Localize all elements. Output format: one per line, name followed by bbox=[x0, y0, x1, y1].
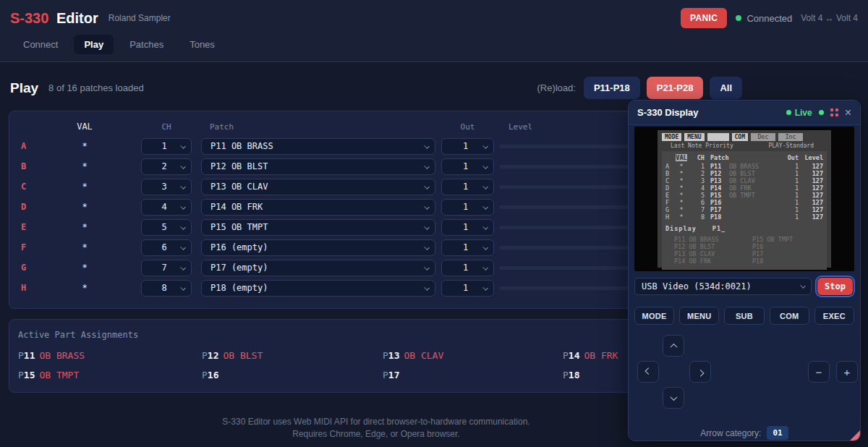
part-label: C bbox=[9, 182, 47, 192]
crt-row: H*8P181127 bbox=[665, 213, 823, 221]
midi-route: Volt 4 ↔ Volt 4 bbox=[801, 13, 858, 23]
part-label: A bbox=[9, 141, 47, 151]
out-select[interactable]: 1 bbox=[441, 280, 494, 297]
chevron-down-icon bbox=[180, 285, 186, 291]
part-val: * bbox=[47, 202, 122, 212]
part-label: G bbox=[9, 263, 47, 273]
out-select[interactable]: 1 bbox=[441, 239, 494, 256]
tab-patches[interactable]: Patches bbox=[119, 35, 174, 54]
page-title: Play bbox=[10, 80, 38, 96]
app-title-rest: Editor bbox=[56, 10, 98, 26]
part-val: * bbox=[47, 283, 122, 293]
channel-select[interactable]: 7 bbox=[141, 260, 192, 276]
decrement-button[interactable]: − bbox=[808, 361, 830, 383]
close-icon[interactable]: × bbox=[845, 107, 851, 119]
patch-select[interactable]: P12 OB BLST bbox=[201, 158, 435, 175]
menu-button[interactable]: MENU bbox=[679, 307, 719, 325]
arrow-left-button[interactable] bbox=[637, 361, 659, 383]
reload-p21-p28-button[interactable]: P21-P28 bbox=[647, 77, 704, 99]
channel-select[interactable]: 5 bbox=[141, 219, 192, 236]
out-select[interactable]: 1 bbox=[441, 179, 494, 195]
reload-all-button[interactable]: All bbox=[710, 77, 742, 99]
out-select[interactable]: 1 bbox=[441, 260, 494, 276]
tab-connect[interactable]: Connect bbox=[13, 35, 68, 54]
arrow-right-button[interactable] bbox=[689, 361, 711, 383]
out-select[interactable]: 1 bbox=[441, 158, 494, 175]
header-ch: CH bbox=[141, 122, 192, 132]
assignment-item: P15OB TMPT bbox=[18, 370, 202, 380]
out-select[interactable]: 1 bbox=[441, 138, 494, 155]
chevron-down-icon bbox=[482, 163, 488, 169]
crt-row: A*1P11OB BRASS1127 bbox=[665, 163, 823, 170]
s330-display-panel: S-330 Display Live × MODE MENU COM Dec I… bbox=[628, 100, 861, 441]
chevron-down-icon bbox=[424, 244, 430, 250]
patch-select[interactable]: P18 (empty) bbox=[201, 280, 435, 297]
patch-select[interactable]: P15 OB TMPT bbox=[201, 219, 435, 236]
sub-button[interactable]: SUB bbox=[724, 307, 764, 325]
crt-row: E*5P15OB TMPT1127 bbox=[665, 192, 823, 199]
patch-select[interactable]: P13 OB CLAV bbox=[201, 179, 435, 195]
out-select[interactable]: 1 bbox=[441, 199, 494, 216]
top-bar: S-330 Editor Roland Sampler PANIC Connec… bbox=[0, 0, 868, 62]
channel-select[interactable]: 1 bbox=[141, 138, 192, 155]
tab-tones[interactable]: Tones bbox=[179, 35, 225, 54]
assignment-item: P12OB BLST bbox=[202, 350, 383, 361]
grid-icon[interactable] bbox=[830, 108, 838, 116]
part-val: * bbox=[47, 182, 122, 192]
app-title: S-330 Editor bbox=[10, 10, 98, 27]
panic-button[interactable]: PANIC bbox=[681, 8, 727, 28]
chevron-down-icon bbox=[800, 283, 806, 289]
crt-row: D*4P14OB FRK1127 bbox=[665, 184, 823, 192]
header-patch: Patch bbox=[201, 122, 435, 132]
crt-blank-box bbox=[707, 133, 729, 141]
crt-inc-label: Inc bbox=[778, 133, 803, 141]
crt-menu-label: MENU bbox=[684, 133, 704, 141]
chevron-down-icon bbox=[424, 265, 430, 271]
part-val: * bbox=[47, 263, 122, 273]
assignments-title: Active Part Assignments bbox=[18, 330, 734, 340]
crt-patch-list: P11 OB BRASSP15 OB TMPT P12 OB BLSTP16 P… bbox=[665, 236, 823, 265]
channel-select[interactable]: 4 bbox=[141, 199, 192, 216]
tab-play[interactable]: Play bbox=[74, 35, 114, 54]
crt-dec-label: Dec bbox=[751, 133, 775, 141]
channel-select[interactable]: 3 bbox=[141, 179, 192, 195]
part-val: * bbox=[47, 242, 122, 252]
display-panel-header[interactable]: S-330 Display Live × bbox=[629, 101, 860, 125]
reload-p11-p18-button[interactable]: P11-P18 bbox=[584, 77, 640, 99]
chevron-down-icon bbox=[180, 265, 186, 271]
stop-button[interactable]: Stop bbox=[817, 278, 853, 295]
header-val: VAL bbox=[47, 122, 122, 132]
resize-handle[interactable] bbox=[850, 430, 860, 440]
patch-select[interactable]: P14 OB FRK bbox=[201, 199, 435, 216]
live-dot-icon bbox=[786, 110, 791, 115]
video-source-select[interactable]: USB Video (534d:0021) bbox=[634, 278, 812, 295]
connection-status: Connected bbox=[736, 13, 792, 24]
exec-button[interactable]: EXEC bbox=[814, 307, 854, 325]
patch-select[interactable]: P11 OB BRASS bbox=[201, 138, 435, 155]
increment-button[interactable]: + bbox=[836, 361, 858, 383]
patch-select[interactable]: P17 (empty) bbox=[201, 260, 435, 276]
live-indicator: Live bbox=[786, 108, 812, 118]
crt-row: B*2P12OB BLST1127 bbox=[665, 170, 823, 177]
assignment-item: P11OB BRASS bbox=[18, 350, 202, 361]
arrow-pad: − + bbox=[629, 329, 860, 422]
arrow-category-badge: 01 bbox=[767, 426, 788, 440]
chevron-left-icon bbox=[644, 367, 652, 375]
chevron-down-icon bbox=[424, 184, 430, 190]
com-button[interactable]: COM bbox=[770, 307, 809, 325]
display-panel-title: S-330 Display bbox=[637, 107, 699, 118]
patch-select[interactable]: P16 (empty) bbox=[201, 239, 435, 256]
crt-row: C*3P13OB CLAV1127 bbox=[665, 177, 823, 184]
channel-select[interactable]: 8 bbox=[141, 280, 192, 297]
mode-button[interactable]: MODE bbox=[634, 307, 674, 325]
chevron-right-icon bbox=[697, 369, 704, 376]
arrow-down-button[interactable] bbox=[663, 387, 684, 409]
channel-select[interactable]: 2 bbox=[141, 158, 192, 175]
chevron-down-icon bbox=[180, 204, 186, 210]
part-label: D bbox=[9, 202, 47, 212]
reload-label: (Re)load: bbox=[537, 82, 575, 93]
channel-select[interactable]: 6 bbox=[141, 239, 192, 256]
part-label: H bbox=[9, 283, 47, 293]
arrow-up-button[interactable] bbox=[663, 335, 684, 357]
out-select[interactable]: 1 bbox=[441, 219, 494, 236]
